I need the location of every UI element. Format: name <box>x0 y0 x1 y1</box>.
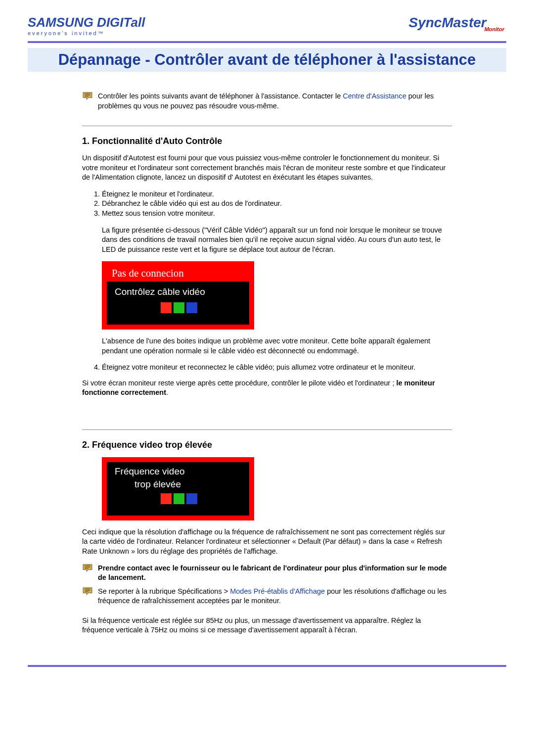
footer-divider <box>28 665 506 667</box>
section2-para1: Ceci indique que la résolution d'afficha… <box>82 527 452 557</box>
content: Contrôler les points suivants avant de t… <box>82 92 452 635</box>
rgb-indicator <box>115 302 243 316</box>
section2-tip2-text: Se reporter à la rubrique Spécifications… <box>98 587 452 606</box>
section1-closing: Si votre écran moniteur reste vierge apr… <box>82 378 452 398</box>
spacer <box>82 405 452 429</box>
preset-modes-link[interactable]: Modes Pré-établis d'Affichage <box>230 587 325 595</box>
header-divider <box>28 41 506 43</box>
section2-heading: 2. Fréquence video trop élevée <box>82 440 452 450</box>
section1-closing-after: . <box>166 388 168 396</box>
info-icon <box>82 92 93 100</box>
warning2-line1: Fréquence video <box>115 465 243 478</box>
section1-indent-para2: L'absence de l'une des boites indique un… <box>102 336 452 356</box>
logo-samsung-tagline: everyone's invited™ <box>28 30 145 36</box>
red-square-icon <box>161 302 172 313</box>
rgb-indicator <box>115 493 243 508</box>
section2-tip1-text: Prendre contact avec le fournisseur ou l… <box>98 564 452 583</box>
logo-samsung-main: SAMSUNG DIGITall <box>28 15 145 30</box>
intro-before: Contrôler les points suivants avant de t… <box>98 92 343 100</box>
section2-tip2-before: Se reporter à la rubrique Spécifications… <box>98 587 230 595</box>
section2-tip2: Se reporter à la rubrique Spécifications… <box>82 587 452 606</box>
logo-syncmaster: SyncMasterMonitor <box>408 15 506 31</box>
green-square-icon <box>174 493 184 504</box>
section1-heading: 1. Fonctionnalité d'Auto Contrôle <box>82 136 452 146</box>
section1-step1: Éteignez le moniteur et l'ordinateur. <box>102 189 452 199</box>
warning2-inner: Fréquence video trop élevée <box>107 462 249 516</box>
info-icon <box>82 564 93 572</box>
warning2-line2: trop élevée <box>115 478 243 491</box>
warning-line: Contrôlez câble vidéo <box>115 286 243 297</box>
warning-inner: Contrôlez câble vidéo <box>107 282 249 325</box>
section-divider <box>82 126 452 126</box>
section1-step4-list: Éteignez votre moniteur et reconnectez l… <box>82 363 452 373</box>
assistance-center-link[interactable]: Centre d'Assistance <box>343 92 406 100</box>
section1-warning-figure: Pas de connecion Contrôlez câble vidéo <box>102 261 254 330</box>
page-title: Dépannage - Contrôler avant de téléphone… <box>28 48 506 72</box>
section1-para1: Un dispositif d'Autotest est fourni pour… <box>82 153 452 183</box>
section1-indent-para: La figure présentée ci-dessous ("Vérif C… <box>102 226 452 255</box>
section1-steps: Éteignez le moniteur et l'ordinateur. Dé… <box>82 189 452 219</box>
logo-samsung: SAMSUNG DIGITall everyone's invited™ <box>28 15 145 36</box>
page: SAMSUNG DIGITall everyone's invited™ Syn… <box>0 0 534 702</box>
intro-text: Contrôler les points suivants avant de t… <box>98 92 452 111</box>
logo-syncmaster-main: SyncMaster <box>408 15 486 30</box>
section1-step2: Débranchez le câble vidéo qui est au dos… <box>102 199 452 209</box>
section2-tip1: Prendre contact avec le fournisseur ou l… <box>82 564 452 583</box>
section2-para2: Si la fréquence verticale est réglée sur… <box>82 616 452 635</box>
section1-step4: Éteignez votre moniteur et reconnectez l… <box>102 363 452 373</box>
green-square-icon <box>174 302 184 313</box>
section2-warning-figure: Fréquence video trop élevée <box>102 457 254 520</box>
intro-tip: Contrôler les points suivants avant de t… <box>82 92 452 111</box>
blue-square-icon <box>186 302 197 313</box>
section1-closing-before: Si votre écran moniteur reste vierge apr… <box>82 379 396 387</box>
red-square-icon <box>161 493 172 504</box>
logo-syncmaster-sub: Monitor <box>485 26 504 32</box>
warning-strip-text: Pas de connecion <box>107 266 249 282</box>
info-icon <box>82 587 93 596</box>
header: SAMSUNG DIGITall everyone's invited™ Syn… <box>28 15 506 36</box>
blue-square-icon <box>186 493 197 504</box>
section-divider <box>82 429 452 430</box>
section1-step3: Mettez sous tension votre moniteur. <box>102 209 452 219</box>
